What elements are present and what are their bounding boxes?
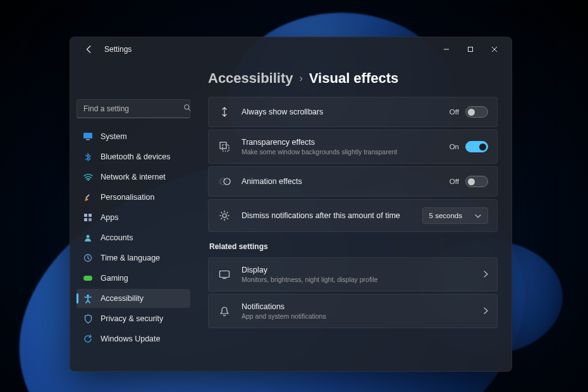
main-content: Accessibility › Visual effects Always sh…	[197, 61, 511, 371]
time-language-icon	[83, 253, 93, 263]
svg-line-27	[227, 218, 228, 219]
svg-point-6	[87, 180, 89, 181]
sidebar-item-system[interactable]: System	[77, 127, 190, 146]
dismiss-duration-dropdown[interactable]: 5 seconds	[422, 207, 488, 224]
privacy-icon	[83, 314, 93, 324]
personalisation-icon	[83, 192, 93, 202]
related-settings-header: Related settings	[209, 242, 496, 251]
svg-rect-10	[84, 218, 87, 221]
sidebar-item-network[interactable]: Network & internet	[77, 168, 190, 187]
related-notifications[interactable]: Notifications App and system notificatio…	[208, 294, 498, 328]
apps-icon	[83, 212, 93, 223]
search-input[interactable]	[83, 104, 178, 113]
sidebar-item-bluetooth[interactable]: Bluetooth & devices	[77, 147, 190, 166]
window-titlebar: Settings	[70, 37, 511, 61]
sidebar-item-label: Accounts	[101, 233, 133, 242]
scrollbars-toggle[interactable]	[465, 106, 488, 118]
display-icon	[217, 270, 231, 279]
search-box[interactable]	[77, 99, 190, 118]
svg-rect-7	[85, 194, 89, 198]
sidebar-item-accounts[interactable]: Accounts	[77, 228, 190, 247]
sidebar: System Bluetooth & devices Network & int…	[70, 61, 197, 371]
svg-rect-4	[83, 133, 92, 138]
maximize-button[interactable]	[458, 40, 482, 59]
related-title: Display	[242, 266, 474, 274]
svg-rect-16	[220, 142, 226, 149]
setting-scrollbars: Always show scrollbars Off	[208, 97, 498, 127]
svg-point-2	[185, 105, 189, 109]
dropdown-value: 5 seconds	[429, 212, 462, 219]
related-display[interactable]: Display Monitors, brightness, night ligh…	[208, 257, 498, 291]
chevron-down-icon	[475, 212, 481, 219]
back-button[interactable]	[82, 42, 97, 57]
svg-rect-8	[84, 214, 87, 217]
svg-point-18	[224, 178, 230, 185]
toggle-state-label: Off	[450, 178, 459, 185]
setting-title: Transparency effects	[242, 138, 439, 147]
scrollbars-icon	[217, 106, 231, 118]
sidebar-item-label: Gaming	[101, 274, 128, 283]
svg-rect-9	[89, 214, 92, 217]
related-title: Notifications	[242, 302, 474, 311]
search-icon	[183, 104, 192, 114]
system-icon	[83, 132, 93, 142]
related-subtitle: App and system notifications	[242, 312, 474, 320]
transparency-toggle[interactable]	[465, 141, 488, 152]
svg-rect-14	[83, 276, 92, 281]
svg-point-21	[223, 214, 226, 217]
breadcrumb-current: Visual effects	[309, 70, 398, 87]
sidebar-item-privacy[interactable]: Privacy & security	[77, 309, 190, 328]
gaming-icon	[83, 273, 93, 283]
settings-window: Settings System	[70, 37, 512, 372]
setting-title: Always show scrollbars	[242, 107, 439, 116]
sidebar-item-time-language[interactable]: Time & language	[77, 248, 190, 267]
svg-rect-30	[220, 271, 230, 277]
sidebar-nav: System Bluetooth & devices Network & int…	[77, 127, 190, 348]
svg-line-29	[227, 212, 228, 213]
setting-animation: Animation effects Off	[208, 166, 498, 197]
accessibility-icon	[83, 293, 93, 303]
svg-rect-17	[223, 145, 229, 151]
related-subtitle: Monitors, brightness, night light, displ…	[242, 276, 474, 283]
sidebar-item-label: Network & internet	[101, 173, 166, 181]
sidebar-item-label: Bluetooth & devices	[101, 152, 171, 161]
sidebar-item-update[interactable]: Windows Update	[77, 329, 190, 348]
svg-rect-11	[89, 218, 92, 221]
notifications-icon	[217, 306, 231, 317]
sidebar-item-personalisation[interactable]: Personalisation	[77, 188, 190, 207]
sidebar-item-label: Time & language	[101, 254, 160, 262]
breadcrumb: Accessibility › Visual effects	[208, 70, 498, 87]
bluetooth-icon	[83, 152, 93, 162]
window-title: Settings	[104, 45, 132, 54]
brightness-icon	[217, 210, 231, 221]
minimize-button[interactable]	[434, 40, 458, 59]
sidebar-item-label: System	[101, 132, 127, 141]
toggle-state-label: Off	[450, 108, 459, 116]
setting-transparency: Transparency effects Make some window ba…	[208, 130, 498, 164]
svg-point-12	[87, 235, 90, 238]
svg-point-19	[220, 178, 226, 185]
sidebar-item-apps[interactable]: Apps	[77, 208, 190, 227]
chevron-right-icon	[484, 305, 488, 317]
setting-title: Dismiss notifications after this amount …	[242, 211, 412, 220]
svg-line-3	[188, 109, 190, 111]
breadcrumb-parent[interactable]: Accessibility	[208, 70, 293, 87]
network-icon	[83, 172, 93, 182]
setting-dismiss-notifications: Dismiss notifications after this amount …	[208, 199, 498, 232]
chevron-right-icon: ›	[300, 73, 303, 84]
sidebar-item-label: Personalisation	[101, 193, 154, 202]
svg-rect-5	[86, 139, 90, 140]
svg-point-15	[87, 294, 89, 297]
sidebar-item-label: Privacy & security	[101, 314, 163, 323]
svg-rect-1	[469, 47, 473, 52]
toggle-state-label: On	[450, 143, 459, 150]
svg-line-28	[221, 218, 222, 219]
sidebar-item-accessibility[interactable]: Accessibility	[77, 289, 190, 308]
sidebar-item-label: Apps	[101, 213, 119, 222]
update-icon	[83, 334, 93, 344]
sidebar-item-gaming[interactable]: Gaming	[77, 269, 190, 288]
close-button[interactable]	[482, 40, 506, 59]
sidebar-item-label: Accessibility	[101, 294, 144, 303]
animation-toggle[interactable]	[465, 176, 488, 187]
transparency-icon	[217, 141, 231, 152]
